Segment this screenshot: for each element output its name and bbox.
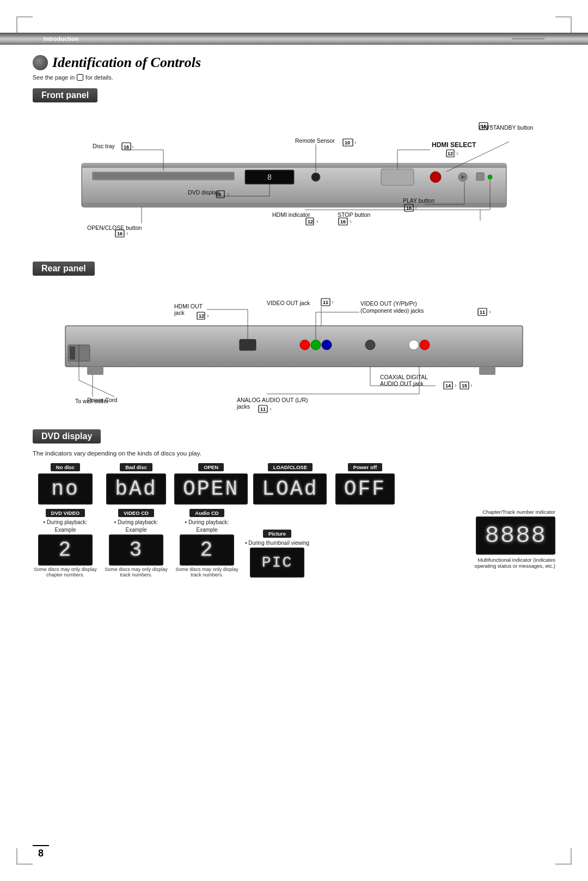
svg-text:PLAY button: PLAY button <box>403 197 434 204</box>
section-icon <box>33 55 48 70</box>
svg-text:›: › <box>332 299 334 305</box>
svg-point-71 <box>322 340 332 350</box>
svg-text:16: 16 <box>117 231 122 236</box>
svg-rect-3 <box>94 173 233 179</box>
svg-rect-33 <box>217 191 224 198</box>
svg-text:AUDIO OUT jack: AUDIO OUT jack <box>380 380 424 387</box>
display-item-audio-cd: Audio CD • During playback: Example 2 So… <box>174 509 240 578</box>
playback-pic: • During thumbnail viewing <box>245 540 309 546</box>
display-row2-container: DVD VIDEO • During playback: Example 2 S… <box>33 509 555 578</box>
svg-text:16: 16 <box>481 124 486 129</box>
display-item-dvd-video: DVD VIDEO • During playback: Example 2 S… <box>33 509 98 578</box>
svg-rect-56 <box>339 218 347 225</box>
svg-text:15: 15 <box>462 383 467 388</box>
svg-rect-44 <box>115 230 124 237</box>
svg-rect-96 <box>478 308 487 315</box>
svg-text:STOP button: STOP button <box>338 211 370 218</box>
svg-rect-115 <box>259 405 267 412</box>
svg-text:›: › <box>270 405 272 412</box>
label-open: OPEN <box>198 463 224 471</box>
svg-rect-4 <box>245 170 294 184</box>
svg-text:jacks: jacks <box>236 403 250 410</box>
section-header: Identification of Controls <box>33 54 201 71</box>
svg-text:Power Cord: Power Cord <box>87 397 118 403</box>
svg-text:COAXIAL DIGITAL: COAXIAL DIGITAL <box>380 374 428 380</box>
screen-audio-cd: 2 <box>180 534 234 566</box>
svg-rect-51 <box>306 218 314 225</box>
svg-text:To wall outlet: To wall outlet <box>75 398 108 404</box>
note-dvd-video: Some discs may only display chapter numb… <box>33 567 98 578</box>
main-content: Identification of Controls See the page … <box>33 54 555 588</box>
top-bar: Introduction <box>0 33 588 45</box>
corner-mark-bl <box>16 848 33 865</box>
svg-text:12: 12 <box>448 151 453 156</box>
label-no-disc: No disc <box>51 463 80 471</box>
svg-rect-11 <box>476 173 484 180</box>
svg-text:›: › <box>491 123 493 129</box>
page-number: 8 <box>33 845 49 859</box>
page-box <box>77 74 83 81</box>
corner-mark-tr <box>555 16 572 33</box>
display-item-picture: Picture • During thumbnail viewing PIC <box>245 530 309 578</box>
display-item-load-close: LOAD/CLOSE LOAd <box>253 463 327 505</box>
dvd-display-label: DVD display <box>33 429 101 443</box>
svg-line-83 <box>79 380 114 397</box>
svg-text:›: › <box>354 139 357 145</box>
svg-marker-10 <box>461 175 465 179</box>
svg-point-74 <box>420 340 430 350</box>
section-label: Introduction <box>44 35 78 42</box>
svg-rect-0 <box>82 163 506 207</box>
svg-text:jack: jack <box>174 309 185 316</box>
label-bad-disc: Bad disc <box>120 463 152 471</box>
chapter-track-label: Chapter/Track number Indicator <box>482 509 555 515</box>
display-item-no-disc: No disc no <box>33 463 98 505</box>
svg-text:›: › <box>316 218 318 224</box>
screen-bad-disc: bAd <box>106 473 166 505</box>
front-panel-diagram: 8 Disc tray <box>33 109 555 251</box>
svg-line-26 <box>446 142 509 172</box>
front-panel-label: Front panel <box>33 88 97 102</box>
svg-rect-17 <box>122 143 131 150</box>
svg-rect-67 <box>70 347 75 360</box>
display-item-video-cd: VIDEO CD • During playback: Example 3 So… <box>103 509 169 578</box>
svg-text:11: 11 <box>480 309 485 315</box>
svg-rect-22 <box>343 139 353 146</box>
label-dvd-video: DVD VIDEO <box>46 509 85 517</box>
svg-text:›: › <box>227 191 229 197</box>
note-video-cd: Some discs may only display track number… <box>103 567 169 578</box>
svg-text:HDMI OUT: HDMI OUT <box>174 303 203 309</box>
svg-text:ON/STANDBY button: ON/STANDBY button <box>479 124 534 131</box>
screen-picture: PIC <box>250 548 304 578</box>
see-page-note: See the page in for details. <box>33 74 555 81</box>
svg-text:›: › <box>126 230 128 236</box>
svg-text:›: › <box>456 150 458 156</box>
svg-point-72 <box>365 340 375 350</box>
svg-point-9 <box>458 173 467 181</box>
corner-mark-br <box>555 848 572 865</box>
display-item-bad-disc: Bad disc bAd <box>103 463 169 505</box>
example-acd: Example <box>197 527 218 533</box>
rear-panel-diagram: VIDEO OUT jack 11 › Power Cord HDMI OUT … <box>33 282 555 418</box>
screen-video-cd: 3 <box>109 534 163 566</box>
svg-text:8: 8 <box>218 192 221 197</box>
screen-dvd-video: 2 <box>38 534 93 566</box>
screen-no-disc: no <box>38 473 93 505</box>
screen-load-close: LOAd <box>253 473 327 505</box>
label-power-off: Power off <box>348 463 382 471</box>
rear-panel-section: Rear panel <box>33 262 555 418</box>
svg-rect-79 <box>321 299 330 306</box>
display-item-open: OPEN OPEN <box>174 463 248 505</box>
label-picture: Picture <box>263 530 291 538</box>
svg-text:›: › <box>207 312 209 319</box>
svg-rect-62 <box>405 204 413 211</box>
svg-rect-76 <box>479 367 495 375</box>
svg-text:OPEN/CLOSE button: OPEN/CLOSE button <box>87 224 142 231</box>
svg-text:Remote Sensor: Remote Sensor <box>295 137 335 144</box>
example-vcd: Example <box>126 527 147 533</box>
rear-panel-label: Rear panel <box>33 262 95 276</box>
indicators-note: The indicators vary depending on the kin… <box>33 450 555 457</box>
svg-rect-27 <box>479 123 488 130</box>
screen-power-off: OFF <box>335 473 395 505</box>
svg-rect-13 <box>82 203 506 207</box>
multi-indicator-label: Multifunctional indicator (indicates ope… <box>468 557 555 569</box>
